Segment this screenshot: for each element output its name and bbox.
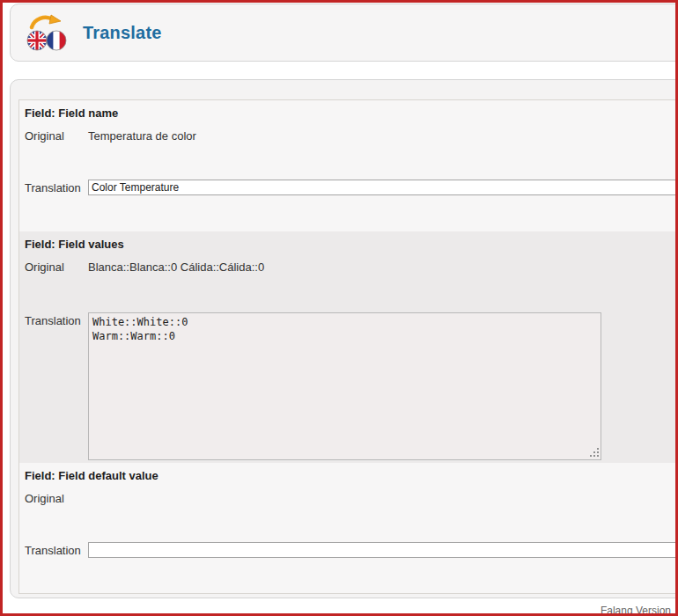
original-row: Original Temperatura de color xyxy=(25,128,678,180)
section-field-name: Field: Field name Original Temperatura d… xyxy=(19,100,678,231)
section-heading: Field: Field values xyxy=(25,238,678,251)
field-name-translation-input[interactable] xyxy=(88,180,678,195)
original-label: Original xyxy=(25,259,88,274)
original-label: Original xyxy=(25,128,88,143)
original-value: Blanca::Blanca::0 Cálida::Cálida::0 xyxy=(88,259,264,274)
original-label: Original xyxy=(25,490,88,505)
field-default-value-translation-input[interactable] xyxy=(88,542,678,558)
section-field-values: Field: Field values Original Blanca::Bla… xyxy=(19,231,678,463)
translate-flags-icon xyxy=(26,14,68,53)
translation-label: Translation xyxy=(25,542,88,557)
original-row: Original Blanca::Blanca::0 Cálida::Cálid… xyxy=(25,259,678,312)
section-field-default-value: Field: Field default value Original Tran… xyxy=(19,463,678,593)
section-heading: Field: Field default value xyxy=(25,469,678,482)
textarea-wrap: White::White::0 Warm::Warm::0 xyxy=(88,312,601,460)
translation-row: Translation White::White::0 Warm::Warm::… xyxy=(25,312,678,460)
original-value: Temperatura de color xyxy=(88,128,196,143)
translation-fieldset: Field: Field name Original Temperatura d… xyxy=(18,99,678,594)
translation-form-panel: Field: Field name Original Temperatura d… xyxy=(10,79,678,598)
field-values-translation-textarea[interactable]: White::White::0 Warm::Warm::0 xyxy=(88,312,601,460)
section-heading: Field: Field name xyxy=(25,106,678,120)
translation-row: Translation xyxy=(25,542,678,558)
page-title: Translate xyxy=(83,23,162,43)
translation-label: Translation xyxy=(25,180,88,194)
original-row: Original xyxy=(25,490,678,542)
textarea-resize-handle[interactable] xyxy=(597,455,599,457)
header-panel: Translate xyxy=(10,4,678,62)
version-text: Falang Version xyxy=(601,605,671,616)
translation-row: Translation xyxy=(25,180,678,195)
translation-label: Translation xyxy=(25,312,88,327)
